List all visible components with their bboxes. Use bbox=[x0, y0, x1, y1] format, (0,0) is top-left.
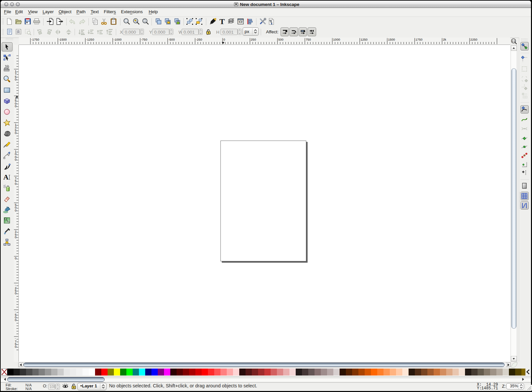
svg-text:A: A bbox=[3, 173, 9, 181]
svg-text:0: 0 bbox=[15, 105, 17, 108]
svg-text:1:1: 1:1 bbox=[512, 40, 515, 42]
svg-text:-750: -750 bbox=[141, 38, 147, 41]
svg-text:0: 0 bbox=[223, 38, 225, 41]
svg-text:500: 500 bbox=[278, 38, 283, 41]
svg-text:-1000: -1000 bbox=[114, 38, 121, 41]
svg-text:-1500: -1500 bbox=[59, 38, 67, 41]
svg-text:1250: 1250 bbox=[360, 38, 367, 41]
svg-text:0: 0 bbox=[15, 345, 17, 348]
svg-text:250: 250 bbox=[251, 38, 256, 41]
svg-text:0: 0 bbox=[15, 131, 17, 135]
svg-text:-1750: -1750 bbox=[31, 38, 39, 41]
svg-text:0: 0 bbox=[15, 236, 17, 239]
svg-text:0: 0 bbox=[15, 318, 17, 322]
svg-text:1750: 1750 bbox=[416, 38, 422, 41]
svg-text:1000: 1000 bbox=[333, 38, 340, 41]
svg-text:-1250: -1250 bbox=[86, 38, 94, 41]
svg-text:0: 0 bbox=[15, 209, 17, 212]
svg-text:0: 0 bbox=[15, 158, 17, 161]
svg-text:T: T bbox=[219, 17, 224, 25]
svg-text:0: 0 bbox=[15, 292, 17, 295]
svg-text:0: 0 bbox=[15, 182, 17, 185]
svg-text:-250: -250 bbox=[196, 38, 202, 41]
svg-text:-500: -500 bbox=[168, 38, 175, 41]
svg-text:750: 750 bbox=[306, 38, 311, 41]
svg-text:2250: 2250 bbox=[470, 38, 477, 41]
svg-text:2k: 2k bbox=[443, 38, 446, 41]
svg-text:<>: <> bbox=[238, 20, 243, 24]
svg-text:0: 0 bbox=[15, 257, 17, 260]
svg-text:0: 0 bbox=[15, 78, 17, 81]
svg-text:1500: 1500 bbox=[388, 38, 395, 41]
